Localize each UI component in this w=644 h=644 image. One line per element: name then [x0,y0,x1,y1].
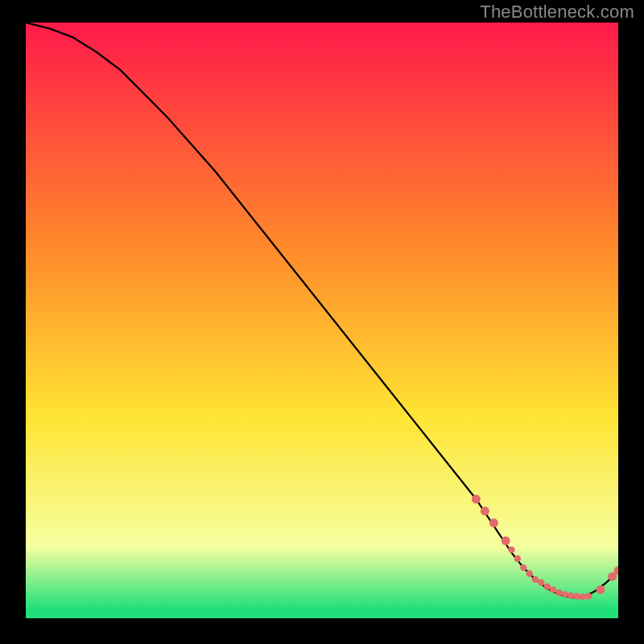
highlight-dot [568,592,574,599]
highlight-dot [481,506,489,515]
highlight-dot [514,555,521,562]
highlight-dot [508,547,514,553]
watermark-text: TheBottleneck.com [480,2,634,23]
highlight-dot [489,518,498,527]
highlight-dot [502,536,510,545]
highlight-dot [526,570,532,576]
chart-frame: TheBottleneck.com [0,0,644,644]
highlight-dot [555,589,562,596]
highlight-dot [550,586,556,592]
bottleneck-chart-svg [26,23,618,618]
highlight-dot [538,579,544,585]
highlight-dot [532,576,539,583]
plot-area [26,23,618,618]
highlight-dot [520,564,526,571]
highlight-dot [596,585,605,594]
highlight-dot [573,592,580,599]
gradient-bg [26,23,618,618]
highlight-dot [472,495,481,504]
highlight-dot [543,584,550,590]
highlight-dot [562,591,568,597]
highlight-dot [585,592,592,599]
highlight-dot [580,593,586,600]
